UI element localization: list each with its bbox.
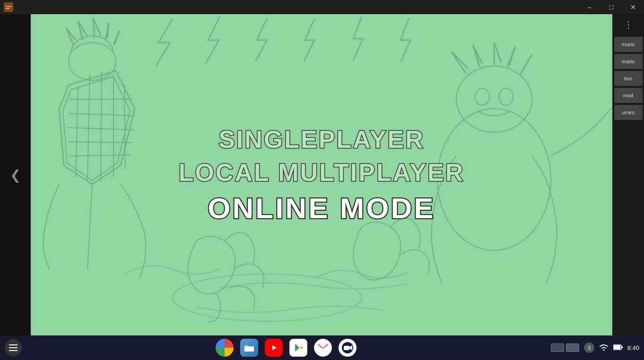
minimize-button[interactable]: – xyxy=(579,0,600,14)
right-sidebar: ⋮ mario mario tion mod umes xyxy=(612,14,644,335)
video-chat-icon xyxy=(341,342,354,354)
svg-rect-19 xyxy=(9,344,17,345)
zoom-icon-button[interactable] xyxy=(339,339,357,357)
app-icon xyxy=(4,2,13,12)
svg-line-10 xyxy=(101,72,102,182)
youtube-icon-button[interactable] xyxy=(265,339,283,357)
notification-badge[interactable]: 3 xyxy=(584,343,594,353)
gmail-icon xyxy=(317,343,329,352)
status-thumbnail-1 xyxy=(551,343,564,352)
play-store-icon-button[interactable] xyxy=(289,339,307,357)
svg-point-13 xyxy=(69,43,116,80)
singleplayer-option[interactable]: SINGLEPLAYER xyxy=(218,125,425,154)
svg-line-12 xyxy=(124,84,125,169)
svg-line-8 xyxy=(76,87,78,177)
side-tab-2[interactable]: mario xyxy=(614,54,643,69)
gmail-icon-button[interactable] xyxy=(314,339,332,357)
taskbar-left xyxy=(5,339,22,356)
svg-rect-2 xyxy=(6,8,9,9)
chrome-icon-button[interactable] xyxy=(216,339,234,357)
side-tab-4[interactable]: mod xyxy=(614,88,643,103)
svg-marker-24 xyxy=(299,346,303,349)
more-options-button[interactable]: ⋮ xyxy=(624,19,633,30)
svg-rect-20 xyxy=(9,347,17,348)
svg-rect-33 xyxy=(614,345,620,349)
status-thumbnail-2 xyxy=(566,343,579,352)
maximize-button[interactable]: □ xyxy=(600,0,622,14)
side-tab-3[interactable]: tion xyxy=(614,71,643,86)
svg-rect-21 xyxy=(9,350,17,351)
side-tab-1[interactable]: mario xyxy=(614,37,643,52)
taskbar-right: 3 8:40 xyxy=(551,343,639,353)
hamburger-icon xyxy=(9,344,17,351)
taskbar: 3 8:40 xyxy=(0,335,644,360)
left-sidebar: ❮ xyxy=(0,14,31,335)
svg-point-17 xyxy=(499,88,513,105)
battery-icon xyxy=(613,344,623,352)
game-window: SINGLEPLAYER LOCAL MULTIPLAYER ONLINE MO… xyxy=(31,14,612,335)
app-launcher-button[interactable] xyxy=(5,339,22,356)
svg-line-7 xyxy=(70,155,130,156)
files-icon-button[interactable] xyxy=(240,339,258,357)
title-bar-left xyxy=(0,2,13,12)
title-bar: – □ ✕ xyxy=(0,0,644,14)
svg-rect-32 xyxy=(621,346,623,348)
local-multiplayer-option[interactable]: LOCAL MULTIPLAYER xyxy=(179,158,465,187)
taskbar-center xyxy=(22,339,551,357)
side-tab-5[interactable]: umes xyxy=(614,105,643,120)
svg-marker-22 xyxy=(272,345,277,350)
wifi-icon xyxy=(599,343,609,352)
svg-rect-1 xyxy=(6,6,11,7)
close-button[interactable]: ✕ xyxy=(622,0,644,14)
play-store-icon xyxy=(293,343,304,353)
svg-point-18 xyxy=(173,274,362,321)
back-button[interactable]: ❮ xyxy=(10,167,21,183)
youtube-play-icon xyxy=(269,344,279,351)
online-mode-option[interactable]: ONLINE MODE xyxy=(208,191,435,225)
svg-point-15 xyxy=(456,66,532,132)
svg-rect-29 xyxy=(344,346,349,350)
svg-point-16 xyxy=(475,88,489,105)
folder-icon xyxy=(244,343,254,352)
menu-container: SINGLEPLAYER LOCAL MULTIPLAYER ONLINE MO… xyxy=(179,125,465,225)
title-bar-controls: – □ ✕ xyxy=(579,0,644,14)
clock-display: 8:40 xyxy=(627,344,639,351)
